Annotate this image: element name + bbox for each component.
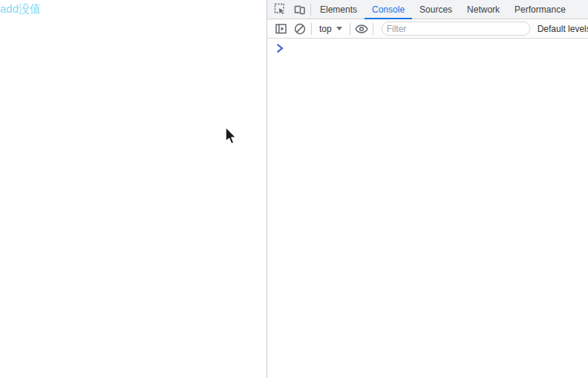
page-link-text[interactable]: add没值 <box>0 2 41 16</box>
tab-console[interactable]: Console <box>365 0 412 19</box>
create-live-expression-button[interactable] <box>352 20 371 38</box>
tab-label: Elements <box>320 4 357 15</box>
tab-sources[interactable]: Sources <box>412 0 460 19</box>
mouse-cursor-icon <box>223 126 238 147</box>
live-expression-eye-icon <box>354 23 369 35</box>
toolbar-separator <box>311 23 312 35</box>
tab-elements[interactable]: Elements <box>313 0 365 19</box>
console-prompt[interactable] <box>267 39 588 53</box>
clear-console-button[interactable] <box>290 20 310 38</box>
inspect-element-icon <box>274 3 287 16</box>
show-console-sidebar-button[interactable] <box>271 20 290 38</box>
tab-network[interactable]: Network <box>460 0 507 19</box>
devtools-tab-bar: Elements Console Sources Network Perform… <box>267 0 588 19</box>
chevron-right-prompt-icon <box>277 44 284 53</box>
execution-context-label: top <box>319 24 332 34</box>
web-page-viewport: add没值 <box>0 0 267 378</box>
console-filter-input[interactable] <box>382 22 530 36</box>
console-toolbar: top Default levels <box>267 19 588 39</box>
tab-label: Performance <box>514 4 566 15</box>
console-sidebar-icon <box>275 22 287 35</box>
execution-context-selector[interactable]: top <box>313 20 348 38</box>
inspect-element-button[interactable] <box>270 1 290 19</box>
devtools-panel: Elements Console Sources Network Perform… <box>267 0 588 378</box>
clear-console-icon <box>293 22 307 36</box>
chevron-down-icon <box>336 27 342 30</box>
toolbar-separator <box>350 23 350 35</box>
tab-label: Sources <box>419 4 452 15</box>
toolbar-separator <box>373 23 373 35</box>
browser-window: { "page": { "link_text": "add没值", "link_… <box>0 0 588 378</box>
log-levels-dropdown[interactable]: Default levels <box>538 24 588 34</box>
tab-label: Network <box>467 4 500 15</box>
log-levels-label: Default levels <box>538 24 588 34</box>
tab-label: Console <box>372 4 405 15</box>
toolbar-separator <box>310 4 311 16</box>
toggle-device-toolbar-icon <box>293 3 306 16</box>
toggle-device-toolbar-button[interactable] <box>290 1 309 19</box>
tab-performance[interactable]: Performance <box>507 0 573 19</box>
